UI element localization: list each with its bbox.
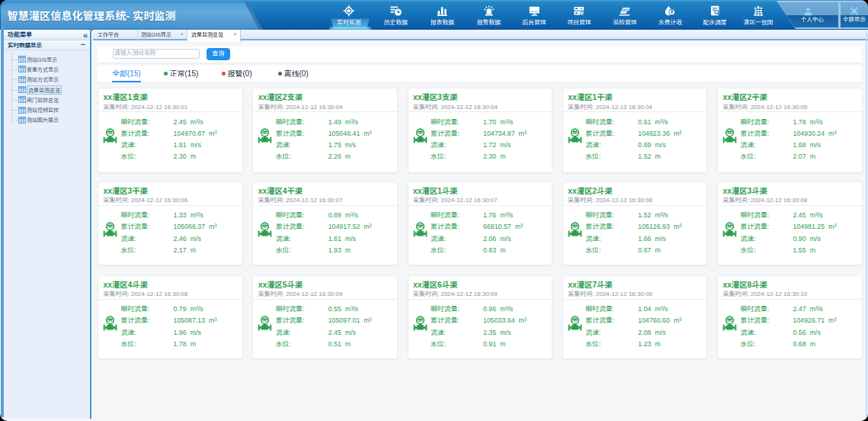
- svg-text:¥: ¥: [671, 9, 674, 14]
